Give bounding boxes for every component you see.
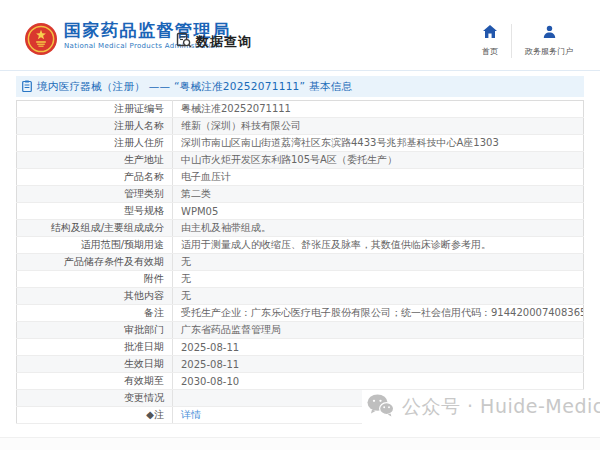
table-row: 批准日期2025-08-11 [17,339,584,356]
home-icon [483,23,497,42]
row-label: 生效日期 [17,356,173,373]
row-label: 适用范围/预期用途 [17,237,173,254]
row-value: 无 [173,288,584,305]
row-label: 有效期至 [17,373,173,390]
row-label: 注册人名称 [17,118,173,135]
row-value: 维新（深圳）科技有限公司 [173,118,584,135]
row-label: 变更情况 [17,390,173,407]
wechat-watermark: 公众号 · Huide-Medical [362,390,600,424]
watermark-text: 公众号 · Huide-Medical [402,394,600,420]
table-row: 其他内容无 [17,288,584,305]
row-label: 备注 [17,305,173,322]
row-value: 适用于测量成人的收缩压、舒张压及脉率，其数值供临床诊断参考用。 [173,237,584,254]
user-icon [543,23,556,42]
row-label: 注册证编号 [17,101,173,118]
row-label: 生产地址 [17,152,173,169]
row-value: 中山市火炬开发区东利路105号A区（委托生产） [173,152,584,169]
table-row: 备注受托生产企业：广东乐心医疗电子股份有限公司；统一社会信用代码：9144200… [17,305,584,322]
table-row: 注册人住所深圳市南山区南山街道荔湾社区东滨路4433号兆邦基科技中心A座1303 [17,135,584,152]
table-row: 有效期至2030-08-10 [17,373,584,390]
table-row: 管理类别第二类 [17,186,584,203]
wechat-icon [367,394,394,421]
row-value: 2030-08-10 [173,373,584,390]
row-value: 粤械注准20252071111 [173,101,584,118]
table-row: 生效日期2025-08-11 [17,356,584,373]
row-label: 产品储存条件及有效期 [17,254,173,271]
row-value: 电子血压计 [173,169,584,186]
table-row: 审批部门广东省药品监督管理局 [17,322,584,339]
row-label: 审批部门 [17,322,173,339]
row-value: 广东省药品监督管理局 [173,322,584,339]
table-row: 产品储存条件及有效期无 [17,254,584,271]
nav-portal-label: 政务服务门户 [525,46,573,57]
row-label: 管理类别 [17,186,173,203]
row-label: 批准日期 [17,339,173,356]
nav-home[interactable]: 首页 [469,23,511,57]
nav-portal[interactable]: 政务服务门户 [512,23,586,57]
table-row: 注册人名称维新（深圳）科技有限公司 [17,118,584,135]
row-label: 注册人住所 [17,135,173,152]
table-row: 生产地址中山市火炬开发区东利路105号A区（委托生产） [17,152,584,169]
nav-home-label: 首页 [482,46,498,57]
row-value: 受托生产企业：广东乐心医疗电子股份有限公司；统一社会信用代码：914420007… [173,305,584,322]
breadcrumb-text: 境内医疗器械（注册） —— “粤械注准20252071111” 基本信息 [37,80,352,94]
row-value: 2025-08-11 [173,339,584,356]
row-value: 第二类 [173,186,584,203]
row-value: WPM05 [173,203,584,220]
clipboard-icon [22,77,32,96]
footer-divider [0,437,600,450]
row-value: 由主机及袖带组成。 [173,220,584,237]
data-query-label: 数据查询 [196,33,252,51]
data-query-tab[interactable]: 数据查询 [176,32,252,52]
table-row: 适用范围/预期用途适用于测量成人的收缩压、舒张压及脉率，其数值供临床诊断参考用。 [17,237,584,254]
header-nav: 首页 政务服务门户 [469,23,586,58]
table-row: 结构及组成/主要组成成分由主机及袖带组成。 [17,220,584,237]
detail-link[interactable]: 详情 [181,409,201,420]
registration-info-table: 注册证编号粤械注准20252071111注册人名称维新（深圳）科技有限公司注册人… [16,100,584,424]
row-label: 其他内容 [17,288,173,305]
table-row: 型号规格WPM05 [17,203,584,220]
row-label: 产品名称 [17,169,173,186]
row-value: 无 [173,271,584,288]
row-value: 2025-08-11 [173,356,584,373]
data-query-icon [176,32,192,52]
row-label: 附件 [17,271,173,288]
breadcrumb: 境内医疗器械（注册） —— “粤械注准20252071111” 基本信息 [16,76,584,97]
row-label: 型号规格 [17,203,173,220]
table-row: 附件无 [17,271,584,288]
row-label: ◆注 [17,407,173,424]
national-emblem-logo [24,22,58,56]
row-label: 结构及组成/主要组成成分 [17,220,173,237]
row-value: 无 [173,254,584,271]
info-table-body: 注册证编号粤械注准20252071111注册人名称维新（深圳）科技有限公司注册人… [17,101,584,424]
table-row: 产品名称电子血压计 [17,169,584,186]
table-row: 注册证编号粤械注准20252071111 [17,101,584,118]
row-value: 深圳市南山区南山街道荔湾社区东滨路4433号兆邦基科技中心A座1303 [173,135,584,152]
page-header: 国家药品监督管理局 National Medical Products Admi… [0,0,600,71]
